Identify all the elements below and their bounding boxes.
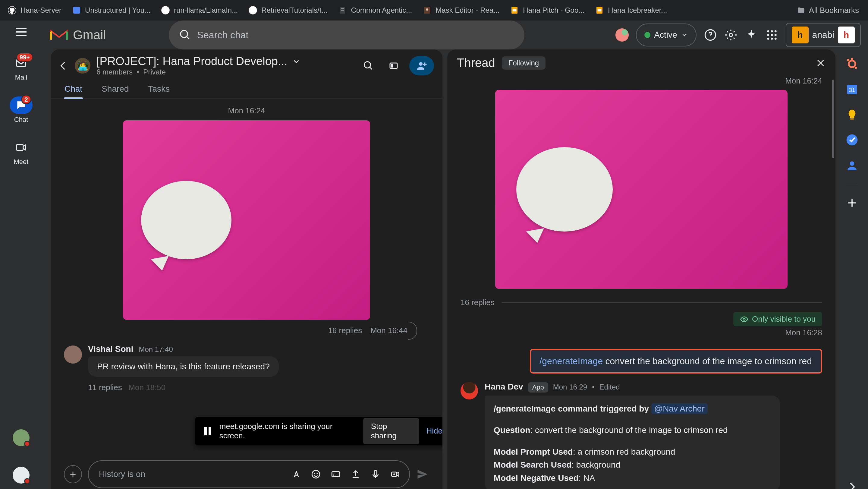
rail-meet[interactable]: Meet — [0, 139, 42, 166]
slides-icon — [510, 5, 519, 15]
message-image[interactable] — [123, 120, 370, 320]
settings-button[interactable] — [724, 28, 738, 41]
tasks-icon[interactable] — [845, 133, 859, 147]
upload-button[interactable] — [347, 466, 364, 483]
tab-chat[interactable]: Chat — [64, 79, 83, 99]
tab-shared[interactable]: Shared — [101, 79, 129, 99]
gmail-brand[interactable]: Gmail — [50, 28, 106, 42]
message-text: PR review with Hana, is this feature rel… — [88, 356, 279, 377]
add-people-button[interactable] — [409, 56, 434, 75]
space-tabs: Chat Shared Tasks — [51, 79, 442, 99]
tab-tasks[interactable]: Tasks — [147, 79, 170, 99]
meet-icon — [15, 142, 27, 153]
svg-point-30 — [419, 62, 423, 66]
mic-button[interactable] — [367, 466, 384, 483]
browser-tab[interactable]: Hana Pitch - Goo... — [505, 2, 589, 18]
brand-square-alt-icon: h — [838, 27, 855, 43]
stop-sharing-button[interactable]: Stop sharing — [363, 418, 419, 444]
search-in-space-button[interactable] — [359, 56, 378, 75]
workspace-brand[interactable]: h anabi h — [786, 23, 861, 47]
svg-text:31: 31 — [849, 87, 855, 93]
svg-rect-1 — [73, 7, 80, 14]
presence-selector[interactable]: Active — [636, 24, 696, 47]
mention[interactable]: @Nav Archer — [651, 403, 708, 414]
compose-input[interactable]: History is on GIF — [88, 460, 410, 488]
presence-dot-icon — [644, 32, 650, 38]
search-input[interactable] — [197, 30, 514, 41]
google-apps-button[interactable] — [765, 28, 778, 41]
calendar-icon[interactable]: 31 — [845, 83, 859, 96]
browser-tab-bar: Hana-Server Unstructured | You... run-ll… — [0, 0, 868, 21]
slides-icon — [595, 5, 604, 15]
main-menu-button[interactable] — [14, 25, 28, 39]
format-button[interactable] — [287, 466, 304, 483]
brand-text: anabi — [812, 30, 834, 40]
svg-point-33 — [316, 473, 318, 474]
folder-icon — [797, 6, 805, 14]
collapse-panel-button[interactable] — [845, 480, 859, 489]
hubspot-icon[interactable] — [845, 57, 859, 70]
browser-tab[interactable]: run-llama/LlamaIn... — [156, 2, 242, 18]
svg-rect-12 — [598, 9, 601, 11]
help-button[interactable] — [704, 28, 717, 41]
thread-scrollbar[interactable] — [832, 80, 834, 158]
add-addon-button[interactable] — [845, 196, 859, 210]
browser-tab[interactable]: Hana Icebreaker... — [590, 2, 671, 18]
compose-add-button[interactable] — [64, 465, 82, 483]
pop-out-button[interactable] — [384, 56, 403, 75]
only-visible-ts: Mon 16:28 — [461, 328, 822, 337]
browser-tab[interactable]: RetrievalTutorials/t... — [244, 2, 332, 18]
svg-point-26 — [774, 38, 776, 40]
bookmarks-label: All Bookmarks — [809, 6, 859, 15]
browser-tab[interactable]: Common Agentic... — [333, 2, 416, 18]
mail-badge: 99+ — [16, 53, 33, 62]
sparkle-button[interactable] — [745, 28, 758, 41]
tab-label: RetrievalTutorials/t... — [261, 6, 327, 14]
close-thread-button[interactable] — [815, 58, 826, 68]
search-bar[interactable] — [169, 21, 524, 50]
mnu-text: : NA — [579, 473, 595, 483]
message-author: Vishal Soni — [88, 344, 133, 354]
svg-rect-5 — [341, 8, 344, 9]
rail-mail[interactable]: 99+ Mail — [0, 54, 42, 82]
avatar — [64, 345, 82, 364]
svg-rect-6 — [341, 10, 344, 11]
following-badge[interactable]: Following — [502, 56, 546, 70]
browser-tab[interactable]: Mask Editor - Rea... — [418, 2, 504, 18]
hide-toast-button[interactable]: Hide — [427, 426, 442, 436]
app-edited: Edited — [599, 383, 620, 391]
account-chip[interactable] — [615, 28, 629, 41]
emoji-button[interactable] — [307, 466, 324, 483]
video-button[interactable] — [387, 466, 404, 483]
svg-point-38 — [743, 318, 745, 320]
reply-count[interactable]: 11 replies — [88, 383, 122, 392]
contacts-icon[interactable] — [845, 159, 859, 172]
svg-point-23 — [774, 34, 776, 36]
svg-point-18 — [767, 30, 769, 32]
back-button[interactable] — [58, 60, 69, 71]
doc-icon — [338, 5, 347, 15]
question-label: Question — [494, 425, 530, 435]
svg-point-42 — [851, 58, 853, 60]
rail-user-avatar[interactable] — [13, 429, 30, 446]
svg-point-31 — [312, 470, 320, 478]
browser-tab[interactable]: Hana-Server — [3, 2, 66, 18]
app-badge: App — [528, 382, 548, 393]
rail-user-avatar-alt[interactable] — [13, 467, 30, 484]
chat-message: Vishal Soni Mon 17:40 PR review with Han… — [64, 344, 429, 377]
rail-chat[interactable]: 2 Chat — [0, 96, 42, 124]
thread-image[interactable] — [495, 90, 787, 289]
all-bookmarks[interactable]: All Bookmarks — [797, 6, 865, 15]
pause-icon[interactable] — [204, 427, 212, 435]
keep-icon[interactable] — [845, 108, 859, 121]
gif-button[interactable]: GIF — [327, 466, 344, 483]
tab-label: Hana-Server — [21, 6, 61, 14]
reply-ts: Mon 18:50 — [128, 383, 165, 392]
browser-tab[interactable]: Unstructured | You... — [67, 2, 155, 18]
chevron-down-icon[interactable] — [292, 57, 301, 66]
send-button[interactable] — [416, 467, 429, 481]
compose-row: History is on GIF — [51, 453, 442, 489]
chat-stream: Mon 16:24 16 replies Mon 16:44 Vishal So… — [51, 99, 442, 453]
svg-point-32 — [314, 473, 315, 474]
reply-count[interactable]: 16 replies — [328, 326, 362, 335]
